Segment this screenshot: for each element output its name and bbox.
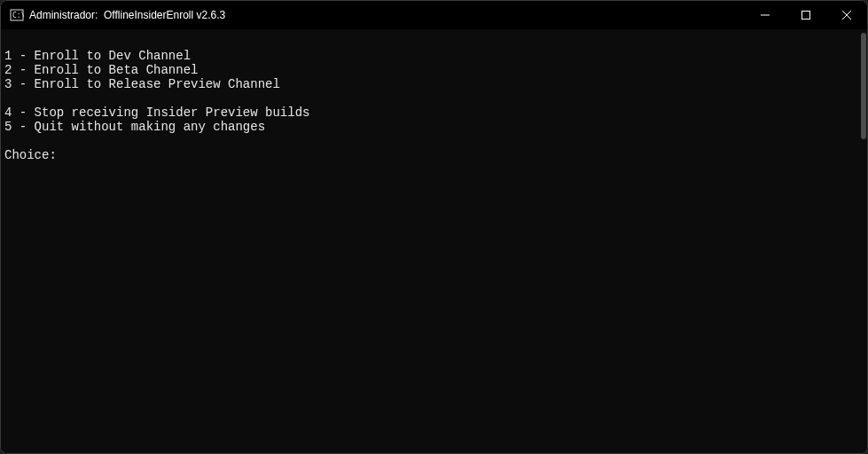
cmd-icon: C:\ [10,8,24,22]
titlebar[interactable]: C:\ Administrador: OfflineInsiderEnroll … [1,1,867,29]
window-title: Administrador: OfflineInsiderEnroll v2.6… [29,9,225,21]
console-output[interactable]: 1 - Enroll to Dev Channel 2 - Enroll to … [1,29,858,453]
svg-text:C:\: C:\ [12,12,24,20]
client-area: 1 - Enroll to Dev Channel 2 - Enroll to … [1,29,867,453]
console-window: C:\ Administrador: OfflineInsiderEnroll … [0,0,868,454]
close-button[interactable] [826,1,867,29]
maximize-button[interactable] [786,1,826,29]
scrollbar[interactable] [858,29,867,453]
svg-rect-3 [802,12,810,20]
scrollbar-thumb[interactable] [861,33,866,139]
minimize-button[interactable] [745,1,786,29]
